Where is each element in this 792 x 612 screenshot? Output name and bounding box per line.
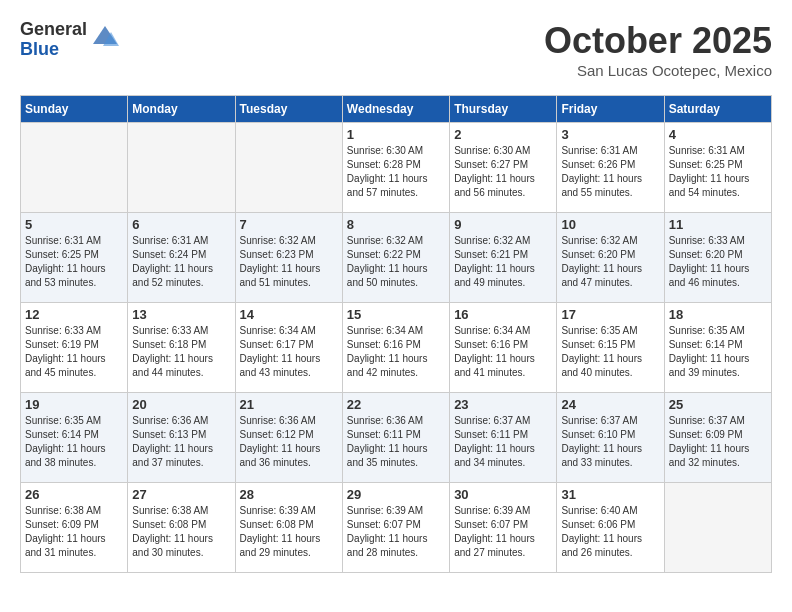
- day-number: 24: [561, 397, 659, 412]
- day-info: Sunrise: 6:33 AM Sunset: 6:18 PM Dayligh…: [132, 324, 230, 380]
- calendar-day-cell: 27Sunrise: 6:38 AM Sunset: 6:08 PM Dayli…: [128, 483, 235, 573]
- logo-blue: Blue: [20, 40, 87, 60]
- day-number: 4: [669, 127, 767, 142]
- weekday-header-monday: Monday: [128, 96, 235, 123]
- calendar-day-cell: 7Sunrise: 6:32 AM Sunset: 6:23 PM Daylig…: [235, 213, 342, 303]
- day-info: Sunrise: 6:32 AM Sunset: 6:23 PM Dayligh…: [240, 234, 338, 290]
- day-number: 27: [132, 487, 230, 502]
- day-number: 2: [454, 127, 552, 142]
- calendar-day-cell: 25Sunrise: 6:37 AM Sunset: 6:09 PM Dayli…: [664, 393, 771, 483]
- day-info: Sunrise: 6:40 AM Sunset: 6:06 PM Dayligh…: [561, 504, 659, 560]
- calendar-day-cell: 20Sunrise: 6:36 AM Sunset: 6:13 PM Dayli…: [128, 393, 235, 483]
- calendar-day-cell: 10Sunrise: 6:32 AM Sunset: 6:20 PM Dayli…: [557, 213, 664, 303]
- calendar-day-cell: [21, 123, 128, 213]
- calendar-table: SundayMondayTuesdayWednesdayThursdayFrid…: [20, 95, 772, 573]
- page-header: General Blue October 2025 San Lucas Ocot…: [20, 20, 772, 79]
- day-number: 22: [347, 397, 445, 412]
- calendar-day-cell: 13Sunrise: 6:33 AM Sunset: 6:18 PM Dayli…: [128, 303, 235, 393]
- weekday-header-tuesday: Tuesday: [235, 96, 342, 123]
- day-info: Sunrise: 6:34 AM Sunset: 6:16 PM Dayligh…: [454, 324, 552, 380]
- day-number: 19: [25, 397, 123, 412]
- calendar-day-cell: 17Sunrise: 6:35 AM Sunset: 6:15 PM Dayli…: [557, 303, 664, 393]
- calendar-day-cell: 19Sunrise: 6:35 AM Sunset: 6:14 PM Dayli…: [21, 393, 128, 483]
- calendar-day-cell: 11Sunrise: 6:33 AM Sunset: 6:20 PM Dayli…: [664, 213, 771, 303]
- day-info: Sunrise: 6:34 AM Sunset: 6:17 PM Dayligh…: [240, 324, 338, 380]
- day-number: 10: [561, 217, 659, 232]
- calendar-week-row: 12Sunrise: 6:33 AM Sunset: 6:19 PM Dayli…: [21, 303, 772, 393]
- calendar-week-row: 26Sunrise: 6:38 AM Sunset: 6:09 PM Dayli…: [21, 483, 772, 573]
- weekday-header-row: SundayMondayTuesdayWednesdayThursdayFrid…: [21, 96, 772, 123]
- calendar-day-cell: 29Sunrise: 6:39 AM Sunset: 6:07 PM Dayli…: [342, 483, 449, 573]
- day-number: 21: [240, 397, 338, 412]
- day-number: 31: [561, 487, 659, 502]
- calendar-day-cell: 18Sunrise: 6:35 AM Sunset: 6:14 PM Dayli…: [664, 303, 771, 393]
- day-info: Sunrise: 6:31 AM Sunset: 6:25 PM Dayligh…: [669, 144, 767, 200]
- location-subtitle: San Lucas Ocotepec, Mexico: [544, 62, 772, 79]
- day-info: Sunrise: 6:32 AM Sunset: 6:22 PM Dayligh…: [347, 234, 445, 290]
- calendar-day-cell: 3Sunrise: 6:31 AM Sunset: 6:26 PM Daylig…: [557, 123, 664, 213]
- day-info: Sunrise: 6:37 AM Sunset: 6:10 PM Dayligh…: [561, 414, 659, 470]
- day-info: Sunrise: 6:31 AM Sunset: 6:24 PM Dayligh…: [132, 234, 230, 290]
- day-number: 23: [454, 397, 552, 412]
- day-info: Sunrise: 6:36 AM Sunset: 6:13 PM Dayligh…: [132, 414, 230, 470]
- day-info: Sunrise: 6:30 AM Sunset: 6:28 PM Dayligh…: [347, 144, 445, 200]
- day-number: 13: [132, 307, 230, 322]
- day-info: Sunrise: 6:35 AM Sunset: 6:14 PM Dayligh…: [669, 324, 767, 380]
- day-info: Sunrise: 6:38 AM Sunset: 6:09 PM Dayligh…: [25, 504, 123, 560]
- calendar-day-cell: 22Sunrise: 6:36 AM Sunset: 6:11 PM Dayli…: [342, 393, 449, 483]
- calendar-day-cell: 8Sunrise: 6:32 AM Sunset: 6:22 PM Daylig…: [342, 213, 449, 303]
- day-number: 1: [347, 127, 445, 142]
- calendar-day-cell: 1Sunrise: 6:30 AM Sunset: 6:28 PM Daylig…: [342, 123, 449, 213]
- calendar-day-cell: 16Sunrise: 6:34 AM Sunset: 6:16 PM Dayli…: [450, 303, 557, 393]
- calendar-day-cell: 5Sunrise: 6:31 AM Sunset: 6:25 PM Daylig…: [21, 213, 128, 303]
- day-number: 15: [347, 307, 445, 322]
- day-info: Sunrise: 6:31 AM Sunset: 6:25 PM Dayligh…: [25, 234, 123, 290]
- calendar-day-cell: [664, 483, 771, 573]
- day-info: Sunrise: 6:37 AM Sunset: 6:11 PM Dayligh…: [454, 414, 552, 470]
- day-number: 5: [25, 217, 123, 232]
- day-info: Sunrise: 6:33 AM Sunset: 6:19 PM Dayligh…: [25, 324, 123, 380]
- day-info: Sunrise: 6:38 AM Sunset: 6:08 PM Dayligh…: [132, 504, 230, 560]
- title-section: October 2025 San Lucas Ocotepec, Mexico: [544, 20, 772, 79]
- day-info: Sunrise: 6:32 AM Sunset: 6:20 PM Dayligh…: [561, 234, 659, 290]
- day-number: 20: [132, 397, 230, 412]
- calendar-day-cell: 21Sunrise: 6:36 AM Sunset: 6:12 PM Dayli…: [235, 393, 342, 483]
- day-info: Sunrise: 6:31 AM Sunset: 6:26 PM Dayligh…: [561, 144, 659, 200]
- weekday-header-wednesday: Wednesday: [342, 96, 449, 123]
- calendar-day-cell: [128, 123, 235, 213]
- month-title: October 2025: [544, 20, 772, 62]
- calendar-day-cell: 14Sunrise: 6:34 AM Sunset: 6:17 PM Dayli…: [235, 303, 342, 393]
- day-info: Sunrise: 6:33 AM Sunset: 6:20 PM Dayligh…: [669, 234, 767, 290]
- calendar-day-cell: 15Sunrise: 6:34 AM Sunset: 6:16 PM Dayli…: [342, 303, 449, 393]
- day-number: 6: [132, 217, 230, 232]
- weekday-header-friday: Friday: [557, 96, 664, 123]
- day-info: Sunrise: 6:32 AM Sunset: 6:21 PM Dayligh…: [454, 234, 552, 290]
- calendar-day-cell: 2Sunrise: 6:30 AM Sunset: 6:27 PM Daylig…: [450, 123, 557, 213]
- day-info: Sunrise: 6:35 AM Sunset: 6:14 PM Dayligh…: [25, 414, 123, 470]
- calendar-day-cell: 9Sunrise: 6:32 AM Sunset: 6:21 PM Daylig…: [450, 213, 557, 303]
- calendar-week-row: 1Sunrise: 6:30 AM Sunset: 6:28 PM Daylig…: [21, 123, 772, 213]
- day-number: 3: [561, 127, 659, 142]
- day-info: Sunrise: 6:35 AM Sunset: 6:15 PM Dayligh…: [561, 324, 659, 380]
- weekday-header-sunday: Sunday: [21, 96, 128, 123]
- day-number: 29: [347, 487, 445, 502]
- calendar-day-cell: [235, 123, 342, 213]
- logo-general: General: [20, 20, 87, 40]
- day-info: Sunrise: 6:36 AM Sunset: 6:12 PM Dayligh…: [240, 414, 338, 470]
- calendar-day-cell: 26Sunrise: 6:38 AM Sunset: 6:09 PM Dayli…: [21, 483, 128, 573]
- day-info: Sunrise: 6:37 AM Sunset: 6:09 PM Dayligh…: [669, 414, 767, 470]
- calendar-day-cell: 30Sunrise: 6:39 AM Sunset: 6:07 PM Dayli…: [450, 483, 557, 573]
- day-info: Sunrise: 6:34 AM Sunset: 6:16 PM Dayligh…: [347, 324, 445, 380]
- calendar-day-cell: 23Sunrise: 6:37 AM Sunset: 6:11 PM Dayli…: [450, 393, 557, 483]
- day-number: 25: [669, 397, 767, 412]
- logo-icon: [91, 24, 119, 56]
- calendar-day-cell: 4Sunrise: 6:31 AM Sunset: 6:25 PM Daylig…: [664, 123, 771, 213]
- day-number: 30: [454, 487, 552, 502]
- day-number: 14: [240, 307, 338, 322]
- calendar-day-cell: 6Sunrise: 6:31 AM Sunset: 6:24 PM Daylig…: [128, 213, 235, 303]
- calendar-day-cell: 31Sunrise: 6:40 AM Sunset: 6:06 PM Dayli…: [557, 483, 664, 573]
- day-info: Sunrise: 6:39 AM Sunset: 6:08 PM Dayligh…: [240, 504, 338, 560]
- calendar-day-cell: 28Sunrise: 6:39 AM Sunset: 6:08 PM Dayli…: [235, 483, 342, 573]
- day-info: Sunrise: 6:39 AM Sunset: 6:07 PM Dayligh…: [347, 504, 445, 560]
- day-number: 11: [669, 217, 767, 232]
